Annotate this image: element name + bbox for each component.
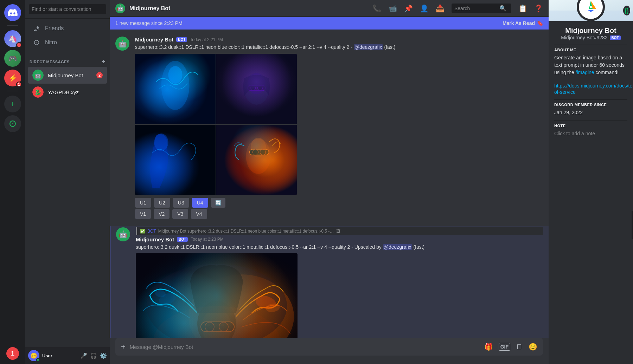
- add-member-icon[interactable]: 👤: [420, 4, 429, 13]
- explore-servers-button[interactable]: [4, 115, 21, 132]
- bot-avatar-1: 🤖: [115, 37, 129, 51]
- help-icon[interactable]: ❓: [534, 4, 543, 13]
- svg-point-19: [260, 149, 266, 155]
- scrollbar-thumb[interactable]: [632, 211, 633, 239]
- mention-1: @deezgrafix: [354, 44, 383, 50]
- gift-icon[interactable]: 🎁: [484, 343, 493, 351]
- current-user-avatar: 😊: [28, 350, 39, 361]
- midjourney-unread-badge: 2: [96, 72, 103, 78]
- message-group-1: 🤖 Midjourney Bot BOT Today at 2:21 PM su…: [110, 35, 549, 220]
- sticker-icon[interactable]: 🗒: [516, 343, 523, 351]
- svg-point-41: [590, 6, 592, 8]
- svg-point-32: [206, 324, 210, 326]
- right-panel-content: Midjourney Bot Midjourney Bot#9282 BOT A…: [549, 24, 633, 364]
- headphone-icon[interactable]: 🎧: [90, 352, 97, 359]
- chat-input-area: + 🎁 GIF 🗒 😊: [110, 338, 549, 364]
- profile-bot-badge: BOT: [610, 35, 621, 40]
- find-conversation-input[interactable]: [29, 4, 106, 14]
- user-panel: 😊 User 🎤 🎧 ⚙️: [25, 347, 110, 364]
- video-icon[interactable]: 📹: [388, 4, 397, 13]
- add-dm-button[interactable]: +: [102, 58, 106, 65]
- user-panel-actions: 🎤 🎧 ⚙️: [80, 352, 107, 359]
- message-input[interactable]: [130, 340, 480, 354]
- phone-icon[interactable]: 📞: [372, 4, 381, 13]
- server-icon-home[interactable]: [4, 4, 21, 21]
- u2-button[interactable]: U2: [154, 198, 170, 208]
- notification-number-1[interactable]: 1: [6, 347, 19, 360]
- add-server-button[interactable]: +: [4, 96, 21, 112]
- svg-point-35: [154, 290, 166, 298]
- server-divider: [7, 25, 18, 26]
- svg-point-4: [168, 66, 183, 84]
- message-author-1: Midjourney Bot: [135, 37, 173, 43]
- settings-icon[interactable]: ⚙️: [100, 352, 107, 359]
- image-cell-1: [135, 54, 216, 124]
- reference-text: Midjourney Bot superhero::3.2 dusk::1 DS…: [158, 229, 334, 234]
- server-sidebar: 🦄 1 🎮 ⚡ 1 + 1: [0, 0, 25, 364]
- friends-icon: [32, 24, 41, 33]
- bookmark-icon: 🔖: [537, 20, 543, 26]
- svg-rect-8: [248, 85, 266, 91]
- gif-icon[interactable]: GIF: [499, 343, 510, 351]
- chat-input-actions: 🎁 GIF 🗒 😊: [484, 343, 537, 351]
- message-text-1: superhero::3.2 dusk::1 DSLR::1 neon blue…: [135, 44, 543, 51]
- dm-section-header: DIRECT MESSAGES +: [25, 52, 110, 67]
- chat-input-wrapper: + 🎁 GIF 🗒 😊: [115, 338, 543, 356]
- upscaled-image: [136, 253, 298, 338]
- member-since-date: Jan 29, 2022: [554, 109, 627, 116]
- note-input[interactable]: Click to add a note: [554, 130, 627, 137]
- v2-button[interactable]: V2: [154, 209, 170, 219]
- dm-section-title: DIRECT MESSAGES: [30, 60, 70, 64]
- u4-button[interactable]: U4: [192, 198, 208, 208]
- svg-rect-29: [201, 322, 234, 332]
- svg-rect-2: [135, 54, 216, 124]
- dm-nav-items: Friends Nitro: [25, 19, 110, 52]
- server-badge-3: 1: [16, 82, 22, 87]
- chat-header-name: Midjourney Bot: [129, 5, 170, 12]
- sidebar-item-nitro[interactable]: Nitro: [28, 35, 107, 50]
- mic-icon[interactable]: 🎤: [80, 352, 87, 359]
- inbox-icon-2[interactable]: 📋: [518, 4, 527, 13]
- add-attachment-button[interactable]: +: [121, 338, 126, 356]
- svg-point-38: [153, 306, 280, 338]
- v3-button[interactable]: V3: [172, 209, 188, 219]
- u1-button[interactable]: U1: [135, 198, 151, 208]
- refresh-button[interactable]: 🔄: [211, 198, 225, 208]
- svg-point-10: [258, 85, 263, 90]
- dm-item-yagpdb[interactable]: 🐉 YAGPDB.xyz: [28, 84, 107, 100]
- imagine-command: /imagine: [576, 70, 594, 75]
- mark-as-read-button[interactable]: Mark As Read 🔖: [503, 20, 543, 26]
- server-icon-1[interactable]: 🦄 1: [4, 30, 21, 47]
- bot-avatar-2: 🤖: [116, 227, 130, 241]
- inbox-icon[interactable]: 📥: [436, 4, 445, 13]
- profile-avatar-container: {}: [549, 7, 633, 21]
- bottom-notifications: 1: [6, 347, 19, 360]
- notification-text: 1 new message since 2:23 PM: [115, 20, 183, 26]
- message-content-2: ✅ BOT Midjourney Bot superhero::3.2 dusk…: [136, 227, 543, 338]
- svg-point-7: [248, 73, 266, 94]
- pin-icon[interactable]: 📌: [404, 4, 413, 13]
- svg-point-28: [202, 309, 231, 338]
- upscale-buttons: U1 U2 U3 U4 🔄: [135, 198, 543, 208]
- u3-button[interactable]: U3: [173, 198, 189, 208]
- message-timestamp-1: Today at 2:21 PM: [190, 37, 223, 42]
- svg-point-15: [246, 139, 271, 174]
- v1-button[interactable]: V1: [135, 209, 151, 219]
- dm-item-midjourney[interactable]: 🤖 Midjourney Bot 2: [28, 67, 107, 84]
- terms-link[interactable]: https://docs.midjourney.com/docs/terms-o…: [554, 83, 633, 95]
- sidebar-item-friends[interactable]: Friends: [28, 21, 107, 35]
- svg-rect-26: [211, 334, 222, 338]
- note-title: NOTE: [554, 124, 627, 128]
- server-icon-3[interactable]: ⚡ 1: [4, 70, 21, 86]
- chat-messages: 🤖 Midjourney Bot BOT Today at 2:21 PM su…: [110, 30, 549, 338]
- chat-bot-avatar: 🤖: [115, 4, 125, 13]
- note-section: NOTE Click to add a note: [554, 124, 627, 137]
- search-input[interactable]: [454, 6, 497, 11]
- message-header-2: Midjourney Bot BOT Today at 2:23 PM: [136, 236, 543, 242]
- server-icon-2[interactable]: 🎮: [4, 50, 21, 67]
- emoji-icon[interactable]: 😊: [529, 343, 537, 351]
- v4-button[interactable]: V4: [191, 209, 207, 219]
- user-status-dot: [36, 358, 40, 362]
- svg-rect-13: [216, 125, 297, 195]
- yagpdb-name: YAGPDB.xyz: [48, 89, 103, 95]
